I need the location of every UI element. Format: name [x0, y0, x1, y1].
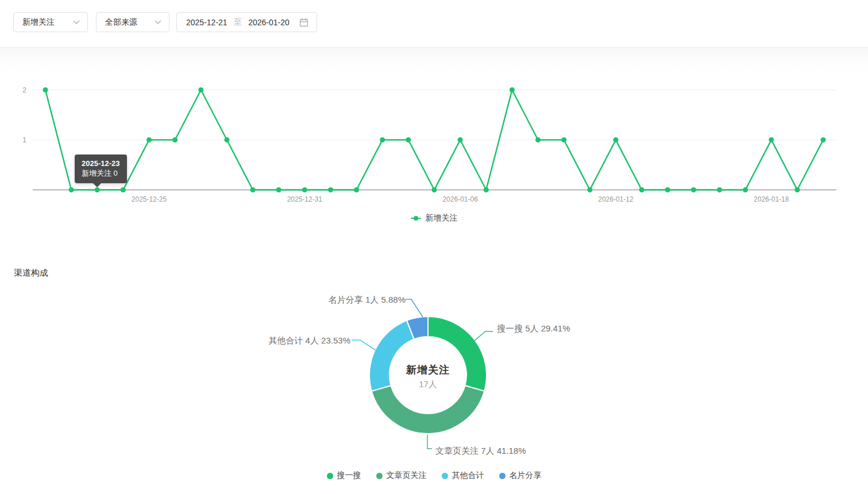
donut-center-text: 新增关注 17人: [371, 363, 485, 390]
chart-tooltip: 2025-12-23 新增关注 0: [75, 155, 127, 183]
pie-label-souyisou: 搜一搜 5人 29.41%: [497, 323, 570, 334]
metric-select[interactable]: 新增关注: [13, 12, 88, 32]
tooltip-date: 2025-12-23: [82, 159, 120, 168]
line-chart-svg[interactable]: 122025-12-252025-12-312026-01-062026-01-…: [0, 69, 868, 213]
chevron-down-icon: [73, 20, 80, 25]
source-select-value: 全部来源: [105, 17, 137, 28]
legend-dot-icon: [376, 473, 383, 479]
date-range-picker[interactable]: 2025-12-21 至 2026-01-20: [176, 12, 317, 32]
pie-legend-item[interactable]: 文章页关注: [376, 470, 427, 481]
pie-legend: 搜一搜 文章页关注 其他合计 名片分享: [0, 470, 868, 481]
svg-text:2026-01-18: 2026-01-18: [754, 195, 789, 203]
svg-text:2: 2: [22, 86, 26, 94]
metric-select-value: 新增关注: [22, 17, 55, 28]
pie-label-wenzhangye: 文章页关注 7人 41.18%: [435, 446, 526, 457]
chevron-down-icon: [155, 20, 161, 25]
line-chart-legend[interactable]: 新增关注: [0, 213, 868, 223]
donut-center-value: 17人: [371, 379, 485, 390]
svg-text:2025-12-31: 2025-12-31: [287, 195, 323, 203]
svg-text:1: 1: [22, 136, 26, 144]
pie-label-qitaheji: 其他合计 4人 23.53%: [268, 335, 350, 346]
line-legend-label: 新增关注: [426, 213, 458, 223]
pie-legend-item[interactable]: 其他合计: [442, 470, 484, 481]
pie-legend-item[interactable]: 名片分享: [499, 470, 542, 481]
legend-dot-icon: [499, 473, 506, 479]
svg-text:2026-01-12: 2026-01-12: [598, 195, 634, 203]
svg-text:2026-01-06: 2026-01-06: [442, 195, 478, 203]
source-select[interactable]: 全部来源: [96, 12, 169, 32]
tooltip-arrow: [93, 183, 101, 187]
tooltip-value: 新增关注 0: [82, 168, 120, 179]
section-divider: [0, 47, 868, 72]
date-end: 2026-01-20: [248, 18, 290, 27]
date-start: 2025-12-21: [186, 18, 227, 27]
section-title: 渠道构成: [14, 268, 48, 279]
calendar-icon: [299, 18, 308, 27]
donut-center-title: 新增关注: [371, 363, 485, 377]
legend-dot-icon: [442, 473, 448, 479]
pie-legend-item[interactable]: 搜一搜: [327, 470, 361, 481]
pie-label-mingpianfenxiang: 名片分享 1人 5.88%: [329, 295, 406, 306]
svg-text:2025-12-25: 2025-12-25: [132, 195, 167, 203]
legend-dot-icon: [327, 473, 333, 479]
line-legend-marker-icon: [411, 216, 421, 221]
date-separator: 至: [234, 17, 242, 28]
